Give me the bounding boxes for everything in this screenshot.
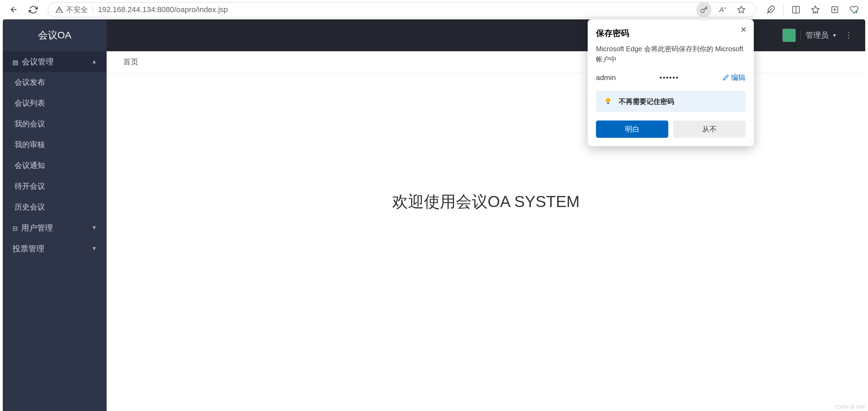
sidebar-item-review[interactable]: 我的审核	[3, 134, 107, 155]
save-password-popup: ✕ 保存密码 Microsoft Edge 会将此密码保存到你的 Microso…	[588, 19, 754, 146]
ext-divider	[783, 4, 784, 15]
username-dropdown[interactable]: 管理员 ▼	[806, 30, 837, 41]
sidebar-item-pending[interactable]: 待开会议	[3, 176, 107, 197]
refresh-button[interactable]	[25, 1, 42, 18]
svg-point-8	[606, 98, 611, 102]
avatar[interactable]	[783, 29, 796, 42]
warning-icon	[55, 6, 63, 14]
sidebar-item-notify[interactable]: 会议通知	[3, 155, 107, 176]
chevron-up-icon: ▲	[91, 59, 97, 65]
url-text: 192.168.244.134:8080/oapro/index.jsp	[98, 5, 691, 14]
svg-rect-9	[607, 102, 609, 104]
popup-info-text: 不再需要记住密码	[619, 97, 674, 106]
read-aloud-icon[interactable]: A»	[715, 2, 730, 17]
svg-marker-0	[738, 6, 745, 13]
sidebar-section-vote[interactable]: 投票管理 ▼	[3, 238, 107, 259]
popup-info[interactable]: 不再需要记住密码	[596, 91, 745, 112]
extensions-icon[interactable]	[762, 1, 779, 18]
back-button[interactable]	[6, 1, 22, 18]
key-icon[interactable]	[696, 2, 712, 17]
section-label: 用户管理	[21, 223, 53, 232]
sidebar-section-meeting[interactable]: ▤会议管理 ▲	[3, 51, 107, 72]
favorite-icon[interactable]	[734, 2, 749, 17]
insecure-indicator[interactable]: 不安全	[55, 5, 88, 15]
sidebar-section-user[interactable]: ⊟用户管理 ▼	[3, 217, 107, 238]
chevron-down-icon: ▼	[91, 225, 97, 231]
ok-button[interactable]: 明白	[596, 120, 668, 138]
popup-username: admin	[596, 73, 616, 82]
topbar-divider	[801, 30, 801, 41]
cart-icon: ⊟	[12, 225, 18, 232]
split-screen-icon[interactable]	[788, 1, 804, 18]
watermark: CSDN @ Doll	[835, 404, 865, 410]
edit-label: 编辑	[731, 73, 745, 82]
sidebar-item-publish[interactable]: 会议发布	[3, 72, 107, 93]
section-label: 会议管理	[22, 57, 54, 66]
insecure-label: 不安全	[66, 5, 88, 15]
never-button[interactable]: 从不	[673, 120, 745, 138]
favorites-bar-icon[interactable]	[807, 1, 824, 18]
pencil-icon	[723, 74, 729, 81]
popup-title: 保存密码	[596, 28, 745, 39]
sidebar: 会议OA ▤会议管理 ▲ 会议发布 会议列表 我的会议 我的审核 会议通知 待开…	[3, 19, 107, 411]
chevron-down-icon: ▼	[832, 33, 837, 38]
brand: 会议OA	[3, 19, 107, 51]
welcome-heading: 欢迎使用会议OA SYSTEM	[392, 191, 580, 213]
document-icon: ▤	[12, 59, 18, 66]
chevron-down-icon: ▼	[91, 245, 97, 252]
username-label: 管理员	[806, 30, 829, 41]
url-divider	[93, 6, 93, 14]
more-icon[interactable]: ⋮	[842, 30, 856, 40]
collections-icon[interactable]	[826, 1, 843, 18]
sidebar-item-list[interactable]: 会议列表	[3, 93, 107, 114]
performance-icon[interactable]	[846, 1, 862, 18]
edit-button[interactable]: 编辑	[723, 73, 745, 82]
svg-point-7	[855, 11, 858, 13]
close-icon[interactable]: ✕	[739, 25, 748, 35]
lightbulb-icon	[603, 96, 613, 107]
section-label: 投票管理	[12, 244, 44, 253]
popup-description: Microsoft Edge 会将此密码保存到你的 Microsoft 帐户中	[596, 44, 745, 64]
sidebar-item-mine[interactable]: 我的会议	[3, 114, 107, 134]
popup-password: ••••••	[660, 73, 679, 82]
url-bar[interactable]: 不安全 192.168.244.134:8080/oapro/index.jsp…	[48, 2, 756, 17]
tab-home[interactable]: 首页	[114, 51, 148, 73]
sidebar-item-history[interactable]: 历史会议	[3, 197, 107, 217]
